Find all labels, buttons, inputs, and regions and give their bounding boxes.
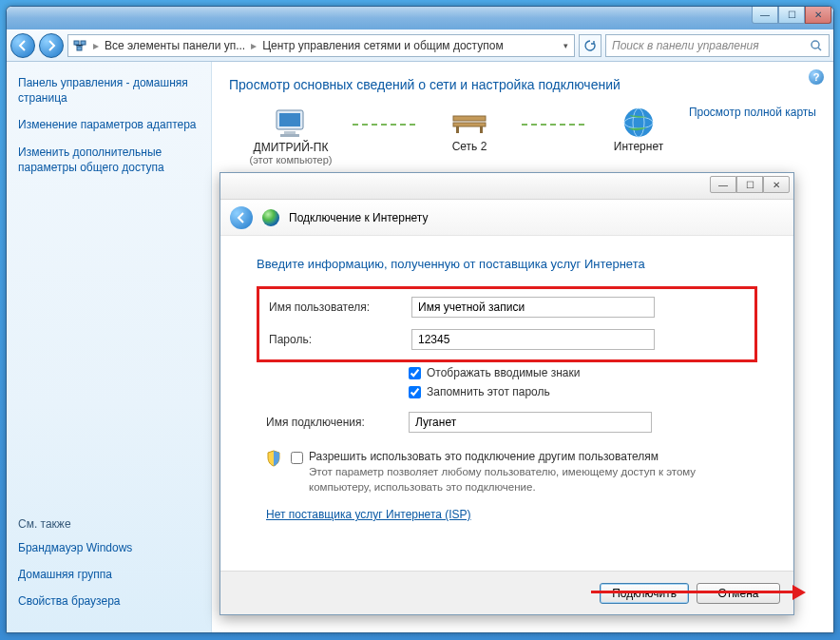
show-chars-checkbox[interactable]	[409, 367, 421, 379]
window-titlebar: — ☐ ✕	[7, 7, 833, 29]
pc-name: ДМИТРИЙ-ПК	[254, 141, 329, 154]
allow-others-label: Разрешить использовать это подключение д…	[309, 450, 757, 463]
dialog-header: Подключение к Интернету	[220, 200, 793, 236]
sidebar-adapter-link[interactable]: Изменение параметров адаптера	[18, 117, 200, 132]
svg-rect-10	[456, 126, 459, 133]
connect-internet-dialog: — ☐ ✕ Подключение к Интернету Введите ин…	[220, 172, 794, 615]
svg-rect-9	[453, 123, 486, 126]
password-label: Пароль:	[269, 333, 411, 346]
network-center-icon	[72, 38, 87, 53]
sidebar-browser-link[interactable]: Свойства браузера	[18, 593, 200, 609]
dialog-body: Введите информацию, полученную от постав…	[220, 236, 793, 521]
minimize-button[interactable]: —	[752, 7, 778, 24]
nav-bar: ▸ Все элементы панели уп... ▸ Центр упра…	[7, 29, 833, 62]
remember-pass-label: Запомнить этот пароль	[427, 385, 550, 398]
address-dropdown-icon[interactable]: ▾	[562, 41, 570, 50]
connection-name-label: Имя подключения:	[266, 416, 409, 429]
sidebar-home-link[interactable]: Панель управления - домашняя страница	[18, 75, 200, 106]
no-isp-link[interactable]: Нет поставщика услуг Интернета (ISP)	[266, 508, 757, 521]
highlight-box: Имя пользователя: Пароль:	[257, 286, 757, 362]
search-icon	[810, 39, 823, 52]
svg-rect-6	[284, 131, 296, 134]
help-icon[interactable]: ?	[809, 69, 824, 85]
svg-point-12	[624, 108, 653, 137]
remember-pass-checkbox[interactable]	[409, 386, 421, 398]
full-map-link[interactable]: Просмотр полной карты	[689, 106, 816, 119]
sidebar-homegroup-link[interactable]: Домашняя группа	[18, 567, 200, 582]
sidebar-sharing-link[interactable]: Изменить дополнительные параметры общего…	[18, 145, 200, 175]
internet-label: Интернет	[614, 140, 663, 153]
username-label: Имя пользователя:	[269, 301, 411, 314]
dialog-titlebar: — ☐ ✕	[220, 173, 793, 200]
search-placeholder: Поиск в панели управления	[612, 39, 759, 52]
dialog-footer: Подключить Отмена	[220, 571, 793, 614]
dialog-title: Подключение к Интернету	[289, 211, 429, 224]
forward-button[interactable]	[39, 33, 64, 58]
shield-icon	[266, 450, 281, 467]
back-button[interactable]	[10, 33, 35, 58]
page-title: Просмотр основных сведений о сети и наст…	[229, 77, 816, 92]
close-button[interactable]: ✕	[805, 7, 831, 24]
dialog-minimize-button[interactable]: —	[710, 176, 736, 193]
this-pc-node[interactable]: ДМИТРИЙ-ПК (этот компьютер)	[229, 107, 353, 165]
show-chars-label: Отображать вводимые знаки	[427, 366, 580, 379]
svg-point-3	[811, 41, 819, 48]
close-icon: ✕	[814, 10, 822, 20]
svg-rect-8	[453, 116, 486, 121]
svg-rect-5	[279, 113, 300, 126]
allow-others-checkbox[interactable]	[291, 452, 303, 464]
password-input[interactable]	[411, 329, 655, 350]
maximize-icon: ☐	[788, 10, 796, 20]
dialog-maximize-button[interactable]: ☐	[736, 176, 763, 193]
dialog-back-button[interactable]	[230, 206, 253, 229]
net-link-2	[522, 124, 586, 126]
network-node[interactable]: Сеть 2	[417, 106, 522, 166]
globe-icon	[621, 106, 656, 140]
maximize-button[interactable]: ☐	[778, 7, 805, 24]
svg-rect-11	[480, 126, 483, 133]
connection-name-input[interactable]	[409, 412, 652, 433]
red-arrow-annotation	[591, 586, 819, 599]
network-map-row: ДМИТРИЙ-ПК (этот компьютер) Сеть 2	[229, 106, 816, 166]
svg-rect-2	[77, 47, 82, 50]
refresh-button[interactable]	[579, 34, 601, 57]
internet-node[interactable]: Интернет	[586, 106, 691, 166]
sidebar-firewall-link[interactable]: Брандмауэр Windows	[18, 540, 200, 555]
username-input[interactable]	[411, 297, 655, 318]
network-name: Сеть 2	[452, 140, 487, 153]
see-also-heading: См. также	[18, 517, 200, 531]
svg-rect-0	[74, 41, 79, 45]
breadcrumb-2[interactable]: Центр управления сетями и общим доступом	[262, 39, 504, 52]
minimize-icon: —	[760, 10, 770, 20]
allow-others-hint: Этот параметр позволяет любому пользоват…	[309, 465, 757, 495]
sidebar: Панель управления - домашняя страница Из…	[7, 62, 212, 632]
dialog-heading: Введите информацию, полученную от постав…	[257, 257, 757, 271]
svg-rect-1	[81, 41, 86, 45]
address-bar[interactable]: ▸ Все элементы панели уп... ▸ Центр упра…	[67, 34, 575, 57]
breadcrumb-1[interactable]: Все элементы панели уп...	[105, 39, 245, 52]
net-link-1	[353, 124, 417, 126]
search-box[interactable]: Поиск в панели управления	[605, 34, 830, 57]
svg-rect-7	[280, 134, 299, 137]
dialog-close-button[interactable]: ✕	[763, 176, 790, 193]
globe-small-icon	[262, 209, 279, 226]
pc-sub: (этот компьютер)	[249, 154, 332, 165]
computer-icon	[271, 107, 311, 141]
bench-icon	[449, 108, 489, 137]
